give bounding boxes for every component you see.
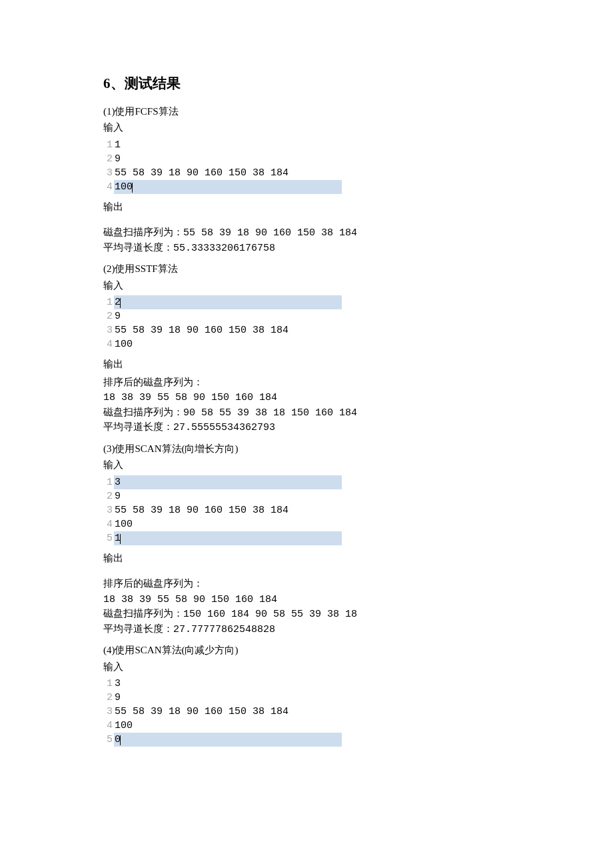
line-number: 1 [103,677,113,691]
code-text: 9 [114,489,121,503]
line-number: 3 [103,166,113,180]
code-text: 55 58 39 18 90 160 150 38 184 [114,323,289,337]
code-text: 9 [114,152,121,166]
code-text: 0 [114,733,342,747]
code-text: 2 [114,295,342,309]
code-line: 355 58 39 18 90 160 150 38 184 [103,705,510,719]
line-number: 3 [103,705,113,719]
section-subtitle: (4)使用SCAN算法(向减少方向) [103,643,510,658]
code-line: 13 [103,475,510,489]
code-line: 12 [103,295,510,309]
line-number: 2 [103,691,113,705]
section: (3)使用SCAN算法(向增长方向)输入1329355 58 39 18 90 … [103,441,510,638]
code-line: 51 [103,531,510,545]
spacing [103,215,510,222]
code-line: 29 [103,489,510,503]
output-block: 排序后的磁盘序列为： 18 38 39 55 58 90 150 160 184… [103,376,510,436]
code-line: 4100 [103,180,510,194]
code-text: 100 [114,337,133,351]
code-line: 4100 [103,517,510,531]
line-number: 4 [103,719,113,733]
code-text: 100 [114,719,133,733]
spacing [103,567,510,573]
code-text: 1 [114,138,121,152]
code-line: 4100 [103,337,510,351]
code-line: 29 [103,691,510,705]
output-label: 输出 [103,551,510,566]
code-line: 355 58 39 18 90 160 150 38 184 [103,503,510,517]
line-number: 1 [103,138,113,152]
code-text: 55 58 39 18 90 160 150 38 184 [114,503,289,517]
line-number: 5 [103,531,113,545]
text-caret [120,735,121,745]
section: (1)使用FCFS算法输入1129355 58 39 18 90 160 150… [103,104,510,257]
section-subtitle: (2)使用SSTF算法 [103,261,510,277]
line-number: 3 [103,503,113,517]
code-text: 1 [114,531,342,545]
sections-container: (1)使用FCFS算法输入1129355 58 39 18 90 160 150… [103,104,510,747]
document-page: 6、测试结果 (1)使用FCFS算法输入1129355 58 39 18 90 … [0,0,613,792]
line-number: 3 [103,323,113,337]
code-text: 9 [114,309,121,323]
section-subtitle: (3)使用SCAN算法(向增长方向) [103,441,510,457]
text-caret [120,534,121,544]
code-line: 355 58 39 18 90 160 150 38 184 [103,166,510,180]
code-text: 3 [114,475,342,489]
line-number: 2 [103,309,113,323]
code-text: 100 [114,180,342,194]
code-line: 50 [103,733,510,747]
code-text: 55 58 39 18 90 160 150 38 184 [114,166,289,180]
code-line: 11 [103,138,510,152]
input-label: 输入 [103,659,510,675]
code-line: 355 58 39 18 90 160 150 38 184 [103,323,510,337]
code-line: 13 [103,677,510,691]
line-number: 4 [103,337,113,351]
input-label: 输入 [103,120,510,135]
output-label: 输出 [103,357,510,372]
section: (4)使用SCAN算法(向减少方向)输入1329355 58 39 18 90 … [103,643,510,747]
code-line: 29 [103,309,510,323]
line-number: 4 [103,180,113,194]
section: (2)使用SSTF算法输入1229355 58 39 18 90 160 150… [103,261,510,436]
line-number: 1 [103,475,113,489]
text-caret [132,183,133,193]
input-label: 输入 [103,457,510,473]
output-label: 输出 [103,199,510,215]
line-number: 2 [103,152,113,166]
line-number: 5 [103,733,113,747]
code-line: 4100 [103,719,510,733]
line-number: 2 [103,489,113,503]
text-caret [120,298,121,308]
input-label: 输入 [103,278,510,293]
input-code-block: 1329355 58 39 18 90 160 150 38 184410051 [103,475,510,545]
code-text: 100 [114,517,133,531]
code-text: 9 [114,691,121,705]
page-title: 6、测试结果 [103,73,510,95]
output-block: 排序后的磁盘序列为： 18 38 39 55 58 90 150 160 184… [103,577,510,637]
input-code-block: 1129355 58 39 18 90 160 150 38 1844100 [103,138,510,194]
input-code-block: 1329355 58 39 18 90 160 150 38 184410050 [103,677,510,747]
section-subtitle: (1)使用FCFS算法 [103,104,510,119]
input-code-block: 1229355 58 39 18 90 160 150 38 1844100 [103,295,510,351]
code-line: 29 [103,152,510,166]
code-text: 3 [114,677,121,691]
line-number: 4 [103,517,113,531]
line-number: 1 [103,295,113,309]
code-text: 55 58 39 18 90 160 150 38 184 [114,705,289,719]
output-block: 磁盘扫描序列为：55 58 39 18 90 160 150 38 184 平均… [103,226,510,256]
